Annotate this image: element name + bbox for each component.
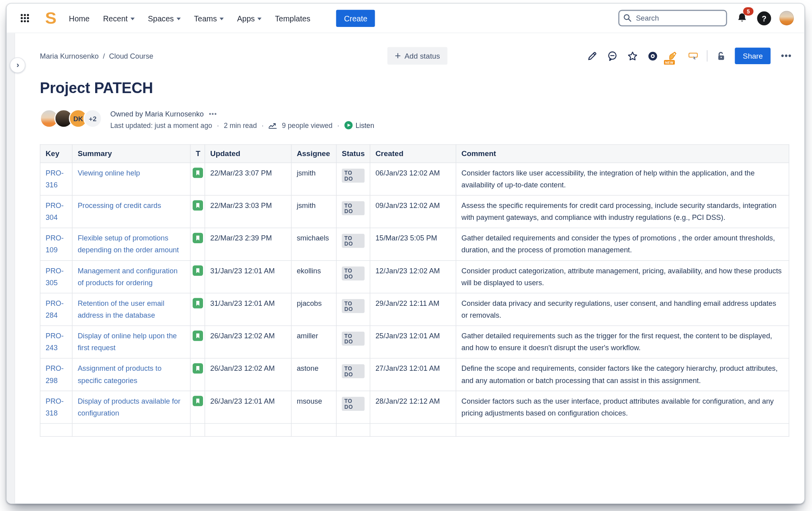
favorite-button[interactable] (626, 50, 640, 63)
created-cell: 25/Jan/23 12:01 AM (370, 326, 456, 358)
notifications-button[interactable]: 5 (735, 11, 749, 26)
updated-cell: 31/Jan/23 12:01 AM (205, 261, 291, 293)
watch-button[interactable] (647, 50, 660, 63)
screenshot-stage: S Home Recent Spaces Teams Apps Template… (0, 0, 812, 511)
status-badge: TO DO (342, 332, 364, 345)
assignee-cell: msouse (291, 391, 337, 423)
issue-key-link[interactable]: PRO-304 (46, 201, 64, 221)
issue-summary-link[interactable]: Retention of the user email address in t… (78, 299, 165, 319)
col-header-summary: Summary (72, 145, 190, 163)
comments-icon (607, 50, 618, 61)
breadcrumb-page-link[interactable]: Cloud Course (109, 52, 153, 60)
issue-key-link[interactable]: PRO-316 (46, 169, 64, 189)
issue-key-link[interactable]: PRO-284 (46, 299, 64, 319)
button-tool-icon (688, 50, 699, 61)
watch-icon (647, 50, 658, 61)
comment-cell: Consider product categorization, attribu… (456, 261, 789, 293)
profile-avatar[interactable] (779, 11, 794, 25)
app-switcher-icon[interactable] (17, 10, 33, 26)
issue-key-link[interactable]: PRO-109 (46, 234, 64, 254)
whats-new-button[interactable]: NEW (667, 50, 680, 63)
breadcrumb-space-link[interactable]: Maria Kurnosenko (40, 52, 99, 60)
created-cell: 06/Jan/23 12:02 AM (370, 163, 456, 195)
issue-summary-link[interactable]: Viewing online help (78, 169, 140, 177)
summary-cell: Display of online help upon the first re… (72, 326, 190, 358)
button-tool-button[interactable] (687, 50, 700, 63)
status-cell: TO DO (336, 228, 370, 260)
add-status-button[interactable]: + Add status (387, 47, 447, 65)
issue-summary-link[interactable]: Processing of credit cards (78, 201, 161, 210)
help-icon: ? (762, 14, 766, 23)
col-header-updated: Updated (205, 145, 291, 163)
assignee-cell: jsmith (291, 163, 337, 195)
assignee-cell: amiller (291, 326, 337, 358)
type-cell (190, 163, 205, 195)
assignee-cell: astone (291, 358, 337, 391)
last-updated-text: Last updated: just a moment ago (110, 121, 212, 129)
primary-nav: Home Recent Spaces Teams Apps Templates (69, 14, 310, 23)
comment-cell: Consider data privacy and security regul… (456, 293, 789, 326)
updated-cell: 26/Jan/23 12:01 AM (205, 391, 291, 423)
views-text[interactable]: 9 people viewed (282, 121, 332, 129)
updated-cell: 22/Mar/23 3:07 PM (205, 163, 291, 195)
summary-cell: Display of products available for config… (72, 391, 190, 423)
listen-button[interactable]: Listen (344, 121, 374, 130)
issue-summary-link[interactable]: Assignment of products to specific categ… (78, 364, 161, 385)
restrictions-button[interactable] (715, 50, 728, 63)
issue-summary-link[interactable]: Display of online help upon the first re… (78, 332, 177, 352)
issue-key-link[interactable]: PRO-318 (46, 397, 64, 417)
nav-item-spaces[interactable]: Spaces (148, 14, 180, 23)
comments-button[interactable] (606, 50, 619, 63)
chevron-down-icon (257, 17, 261, 20)
created-cell: 09/Jan/23 12:02 AM (370, 195, 456, 228)
story-type-icon (193, 298, 203, 308)
search-icon (623, 13, 632, 22)
created-cell: 15/Mar/23 5:05 PM (370, 228, 456, 260)
comment-cell: Consider factors like user accessibility… (456, 163, 789, 195)
nav-item-teams[interactable]: Teams (194, 14, 224, 23)
issue-summary-link[interactable]: Management and configuration of products… (78, 267, 178, 287)
create-button[interactable]: Create (336, 10, 375, 27)
table-row: PRO-305 Management and configuration of … (40, 261, 789, 293)
issue-key-link[interactable]: PRO-243 (46, 332, 64, 352)
listen-icon (344, 121, 352, 130)
issue-summary-link[interactable]: Display of products available for config… (78, 397, 180, 417)
nav-item-templates[interactable]: Templates (275, 14, 310, 23)
nav-right-group: 5 ? (619, 10, 794, 27)
issue-key-link[interactable]: PRO-305 (46, 267, 64, 287)
key-cell: PRO-284 (40, 293, 72, 326)
page-actions: NEW Share ••• (586, 48, 795, 64)
status-badge: TO DO (342, 397, 364, 411)
nav-item-home[interactable]: Home (69, 14, 90, 23)
chevron-down-icon (220, 17, 224, 20)
more-actions-button[interactable]: ••• (778, 50, 795, 62)
nav-item-apps[interactable]: Apps (237, 14, 262, 23)
owned-by-text: Owned by Maria Kurnosenko (110, 110, 204, 118)
edit-icon (587, 50, 598, 61)
status-badge: TO DO (342, 299, 364, 313)
nav-item-recent[interactable]: Recent (103, 14, 134, 23)
status-badge: TO DO (342, 169, 364, 183)
owner-more-button[interactable]: ••• (209, 110, 217, 117)
story-type-icon (193, 168, 203, 178)
status-cell: TO DO (336, 326, 370, 358)
read-time-text: 2 min read (224, 121, 257, 129)
summary-cell: Management and configuration of products… (72, 261, 190, 293)
key-cell: PRO-298 (40, 358, 72, 391)
assignee-cell: ekollins (291, 261, 337, 293)
edit-button[interactable] (586, 50, 599, 63)
search-input[interactable] (619, 10, 727, 27)
updated-cell: 22/Mar/23 2:39 PM (205, 228, 291, 260)
sidebar-expand-button[interactable]: › (10, 57, 25, 73)
page-title: Project PATECH (40, 80, 795, 97)
issue-key-link[interactable]: PRO-298 (46, 364, 64, 385)
key-cell: PRO-305 (40, 261, 72, 293)
assignee-cell: pjacobs (291, 293, 337, 326)
chevron-down-icon (130, 17, 134, 20)
help-button[interactable]: ? (757, 11, 771, 25)
issue-summary-link[interactable]: Flexible setup of promotions depending o… (78, 234, 179, 254)
logo-icon[interactable]: S (45, 9, 57, 26)
updated-cell: 26/Jan/23 12:02 AM (205, 326, 291, 358)
share-button[interactable]: Share (735, 48, 771, 64)
avatar-overflow[interactable]: +2 (83, 109, 102, 128)
